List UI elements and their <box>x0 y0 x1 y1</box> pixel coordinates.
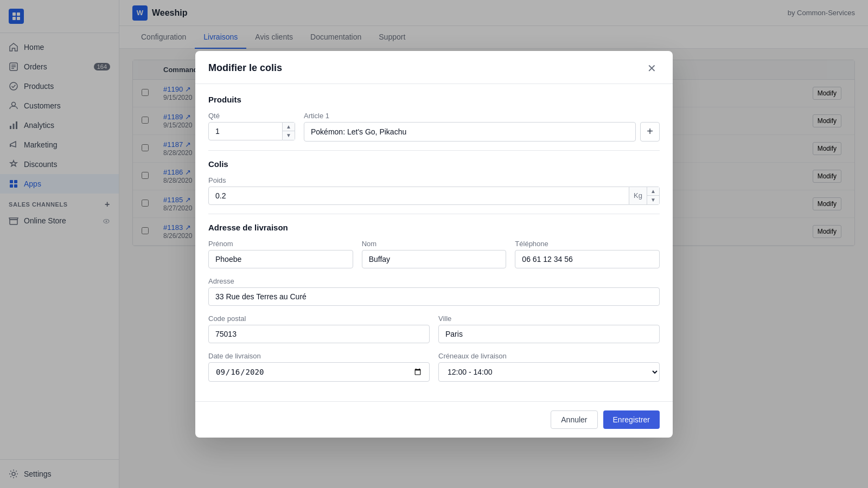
qty-input[interactable] <box>208 122 283 140</box>
ville-label: Ville <box>438 314 660 323</box>
qty-group: Qté ▲ ▼ <box>208 112 295 142</box>
cancel-button[interactable]: Annuler <box>551 410 597 429</box>
weight-down-button[interactable]: ▼ <box>647 196 659 204</box>
postal-city-row: Code postal Ville <box>208 314 660 343</box>
weight-input[interactable] <box>208 187 629 205</box>
qty-label: Qté <box>208 112 295 120</box>
prenom-label: Prénom <box>208 240 353 248</box>
poids-group: Poids Kg ▲ ▼ <box>208 176 660 205</box>
adresse-input[interactable] <box>208 287 660 306</box>
colis-section-title: Colis <box>208 159 660 169</box>
poids-label: Poids <box>208 176 660 184</box>
produits-section-title: Produits <box>208 95 660 104</box>
modal-footer: Annuler Enregistrer <box>195 401 673 438</box>
creneaux-label: Créneaux de livraison <box>438 352 660 360</box>
telephone-input[interactable] <box>515 250 660 268</box>
article-label: Article 1 <box>304 112 660 120</box>
produits-row: Qté ▲ ▼ Article 1 + <box>208 112 660 142</box>
article-input[interactable] <box>304 122 636 142</box>
prenom-group: Prénom <box>208 240 353 268</box>
date-input[interactable] <box>208 362 430 382</box>
qty-wrapper: ▲ ▼ <box>208 122 295 140</box>
nom-input[interactable] <box>362 250 507 268</box>
nom-group: Nom <box>362 240 507 268</box>
article-wrapper: + <box>304 122 660 142</box>
add-article-button[interactable]: + <box>640 122 660 142</box>
date-label: Date de livraison <box>208 352 430 360</box>
code-postal-label: Code postal <box>208 314 430 323</box>
modal-title: Modifier le colis <box>208 62 282 74</box>
telephone-label: Téléphone <box>515 240 660 248</box>
colis-row: Poids Kg ▲ ▼ <box>208 176 660 205</box>
creneaux-group: Créneaux de livraison 12:00 - 14:00 14:0… <box>438 352 660 382</box>
code-postal-group: Code postal <box>208 314 430 343</box>
date-creneaux-row: Date de livraison Créneaux de livraison … <box>208 352 660 382</box>
save-button[interactable]: Enregistrer <box>603 410 660 429</box>
weight-unit: Kg <box>629 187 647 205</box>
adresse-label: Adresse <box>208 277 660 285</box>
modal-close-button[interactable]: ✕ <box>644 62 660 75</box>
weight-stepper: ▲ ▼ <box>647 187 660 205</box>
ville-group: Ville <box>438 314 660 343</box>
ville-input[interactable] <box>438 325 660 343</box>
date-group: Date de livraison <box>208 352 430 382</box>
qty-up-button[interactable]: ▲ <box>283 123 295 132</box>
modal-header: Modifier le colis ✕ <box>195 51 673 84</box>
adresse-row: Adresse <box>208 277 660 306</box>
name-phone-row: Prénom Nom Téléphone <box>208 240 660 268</box>
prenom-input[interactable] <box>208 250 353 268</box>
modal-body: Produits Qté ▲ ▼ Article 1 <box>195 84 673 401</box>
adresse-group: Adresse <box>208 277 660 306</box>
qty-down-button[interactable]: ▼ <box>283 131 295 140</box>
qty-stepper: ▲ ▼ <box>283 122 295 140</box>
section-divider <box>208 150 660 151</box>
weight-up-button[interactable]: ▲ <box>647 187 659 196</box>
creneaux-select[interactable]: 12:00 - 14:00 14:00 - 16:00 16:00 - 18:0… <box>438 362 660 382</box>
modal-overlay: Modifier le colis ✕ Produits Qté ▲ ▼ <box>0 0 868 488</box>
modal: Modifier le colis ✕ Produits Qté ▲ ▼ <box>195 51 673 438</box>
telephone-group: Téléphone <box>515 240 660 268</box>
adresse-section-title: Adresse de livraison <box>208 223 660 232</box>
article-group: Article 1 + <box>304 112 660 142</box>
code-postal-input[interactable] <box>208 325 430 343</box>
section-divider-2 <box>208 214 660 214</box>
weight-wrapper: Kg ▲ ▼ <box>208 187 660 205</box>
nom-label: Nom <box>362 240 507 248</box>
